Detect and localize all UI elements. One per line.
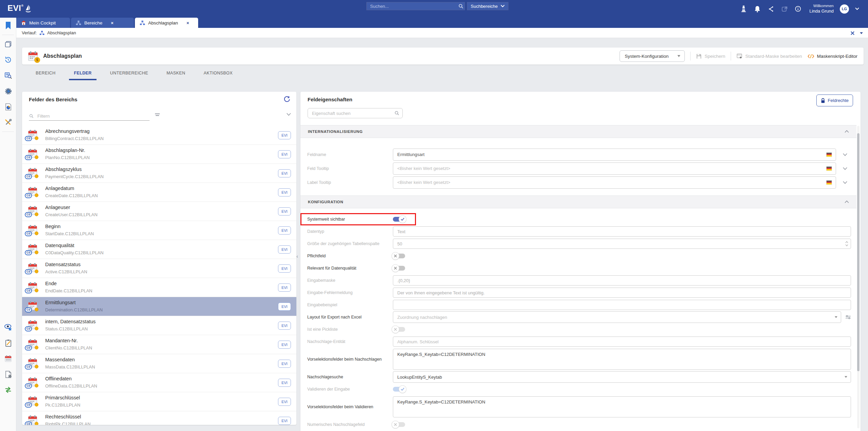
field-list-item[interactable]: C0PrimärschlüsselPk.C12BILLPLANEVI (22, 392, 296, 411)
field-calendar-icon: C0 (28, 224, 38, 235)
windows-icon[interactable] (0, 36, 16, 52)
user-avatar[interactable]: LG (840, 4, 849, 14)
tab-aktionsbox[interactable]: AKTIONSBOX (204, 71, 232, 80)
close-history-icon[interactable] (850, 31, 855, 35)
properties-scrollbar[interactable] (857, 126, 860, 428)
toggle-switch[interactable] (393, 254, 405, 258)
property-row: Datentyp (300, 225, 856, 238)
toggle-switch[interactable] (393, 387, 405, 392)
history-clock-icon[interactable] (0, 52, 16, 68)
report-chart-icon[interactable] (0, 99, 16, 115)
language-text-input[interactable] (393, 176, 836, 189)
search-scope-dropdown[interactable]: Suchbereiche (467, 2, 508, 10)
tools-icon[interactable] (0, 115, 16, 130)
field-list-item[interactable]: C0intern, DatensatzstatusStatus.C12BILLP… (22, 316, 296, 335)
tab-masken[interactable]: MASKEN (167, 71, 185, 80)
tab-unterbereiche[interactable]: UNTERBEREICHE (110, 71, 148, 80)
property-label: Nachschlage-Entität (307, 339, 393, 344)
history-item[interactable]: Abschlagsplan (47, 30, 76, 35)
tab-abschlagsplan[interactable]: Abschlagsplan × (135, 18, 198, 28)
dropdown-caret-icon[interactable] (845, 376, 847, 378)
field-origin-badge: C0 (25, 250, 32, 255)
field-list-item[interactable]: C0AnlagedatumCreateDate.C12BILLPLANEVI (22, 183, 296, 202)
tab-label: Mein Cockpit (29, 20, 56, 25)
select-input[interactable]: Zuordnung nachschlagen (393, 311, 841, 323)
search-icon[interactable] (457, 2, 465, 10)
search-list-icon[interactable] (0, 68, 16, 83)
layout-settings-icon[interactable] (845, 315, 851, 320)
property-search-input[interactable] (311, 110, 394, 116)
property-label: Layout für Export nach Excel (307, 315, 393, 320)
chevron-down-icon[interactable] (287, 113, 291, 116)
select-input[interactable]: LookupEntityS_Keytab (393, 371, 851, 383)
tab-bereiche[interactable]: Bereiche × (71, 18, 134, 28)
share-icon[interactable] (767, 5, 775, 13)
calendar-icon[interactable] (0, 351, 16, 366)
bookmark-icon[interactable] (0, 18, 16, 33)
clipboard-edit-icon[interactable] (0, 335, 16, 351)
field-list-item[interactable]: C0DatenqualitätC0DataQuality.C12BILLPLAN… (22, 240, 296, 259)
evi-badge: EVI (278, 207, 291, 216)
toggle-switch[interactable] (393, 217, 405, 222)
language-text-input[interactable] (393, 162, 836, 175)
watch-favorite-icon[interactable] (0, 320, 16, 335)
section-internationalisierung[interactable]: INTERNATIONALISIERUNG (300, 125, 856, 138)
expand-languages-icon[interactable] (843, 181, 847, 184)
tab-mein-cockpit[interactable]: Mein Cockpit (16, 18, 70, 28)
mask-script-editor-button[interactable]: Maskenskript-Editor (808, 54, 857, 59)
process-settings-icon[interactable] (0, 83, 16, 99)
language-text-input[interactable] (393, 149, 836, 161)
property-control (393, 262, 851, 274)
panel-collapse-icon[interactable]: ‹ (296, 253, 298, 259)
field-list-item[interactable]: C0MassendatenMassData.C12BILLPLANEVI (22, 354, 296, 373)
field-list-item[interactable]: C0EndeEndDate.C12BILLPLANEVI (22, 278, 296, 297)
section-konfiguration[interactable]: KONFIGURATION (300, 195, 856, 208)
field-list-item[interactable]: C0BeginnStartDate.C12BILLPLANEVI (22, 221, 296, 240)
expand-languages-icon[interactable] (843, 153, 847, 156)
tab-felder[interactable]: FELDER (74, 71, 91, 80)
field-list-item[interactable]: C0RechteschlüsselRightPk.C12BILLPLANEVI (22, 411, 296, 425)
toggle-switch[interactable] (393, 327, 405, 332)
field-list-item[interactable]: C0Mandanten-Nr.ClientNo.C12BILLPLANEVI (22, 335, 296, 354)
field-list-item[interactable]: C0Abschlagsplan-Nr.PlanNo.C12BILLPLANEVI (22, 145, 296, 164)
field-list-item[interactable]: C0AnlageuserCreateUser.C12BILLPLANEVI (22, 202, 296, 221)
lighthouse-icon[interactable] (740, 5, 747, 13)
toggle-switch[interactable] (393, 422, 405, 427)
field-rights-button[interactable]: Feldrechte (816, 94, 853, 106)
field-list-item[interactable]: C0AbschlagszyklusPaymentCycle.C12BILLPLA… (22, 164, 296, 183)
field-key: PlanNo.C12BILLPLAN (45, 155, 90, 160)
dropdown-caret-icon[interactable] (835, 316, 837, 318)
configuration-dropdown[interactable]: System-Konfiguration (620, 50, 685, 62)
tab-close-icon[interactable]: × (187, 20, 189, 25)
org-area-icon (39, 31, 45, 35)
field-list-item[interactable]: C0AbrechnungsvertragBillingContract.C12B… (22, 126, 296, 145)
history-label: Verlauf: (22, 30, 37, 35)
field-list-item[interactable]: C0DatensatzstatusActive.C12BILLPLANEVI (22, 259, 296, 278)
tab-close-icon[interactable]: × (111, 20, 114, 25)
number-spinner[interactable] (845, 241, 848, 246)
textarea-input[interactable]: KeyRange.S_Keytab=C12DETERMINATION (393, 396, 851, 417)
field-list-item[interactable]: C0ErmittlungsartDetermination.C12BILLPLA… (22, 297, 296, 316)
chevron-up-icon[interactable] (845, 201, 849, 203)
scrollbar-thumb[interactable] (857, 133, 860, 371)
property-row: Pflichtfeld (300, 250, 856, 262)
chevron-up-icon[interactable] (845, 130, 849, 133)
document-settings-icon[interactable] (0, 366, 16, 382)
tab-bereich[interactable]: BEREICH (36, 71, 55, 80)
field-origin-badge: C0 (25, 155, 32, 160)
refresh-icon[interactable] (283, 96, 290, 103)
notifications-bell-icon[interactable] (753, 5, 761, 13)
sort-icon[interactable] (155, 113, 160, 117)
sync-icon[interactable] (0, 382, 16, 398)
global-search-input[interactable] (367, 4, 457, 9)
text-input (393, 300, 851, 310)
toggle-switch[interactable] (393, 266, 405, 271)
user-menu-chevron-icon[interactable] (855, 7, 859, 10)
textarea-input[interactable]: KeyRange.S_Keytab=C12DETERMINATION (393, 349, 851, 370)
fields-filter-input[interactable] (37, 113, 150, 119)
collapse-caret-icon[interactable] (860, 32, 863, 34)
info-icon[interactable] (794, 5, 802, 13)
expand-languages-icon[interactable] (843, 167, 847, 170)
field-list-item[interactable]: C0OfflinedatenOfflineData.C12BILLPLANEVI (22, 373, 296, 392)
fields-panel-title: Felder des Bereichs (29, 97, 77, 102)
